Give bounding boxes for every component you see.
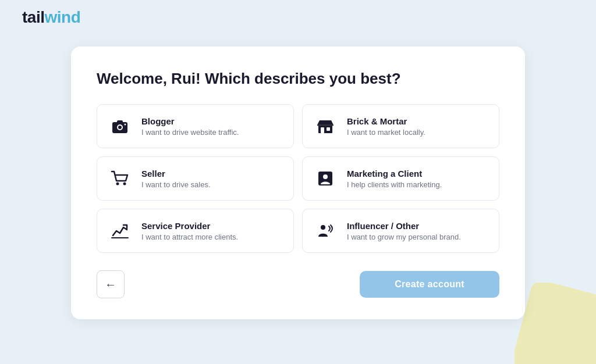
marketing-client-text: Marketing a Client I help clients with m… bbox=[347, 169, 442, 189]
option-service-provider[interactable]: Service Provider I want to attract more … bbox=[97, 209, 294, 253]
svg-rect-5 bbox=[318, 125, 332, 133]
camera-icon bbox=[108, 114, 132, 138]
svg-point-2 bbox=[118, 126, 122, 129]
blogger-title: Blogger bbox=[141, 116, 239, 126]
brick-mortar-subtitle: I want to market locally. bbox=[347, 128, 425, 137]
marketing-client-subtitle: I help clients with marketing. bbox=[347, 180, 442, 189]
svg-point-14 bbox=[321, 225, 325, 230]
option-marketing-client[interactable]: Marketing a Client I help clients with m… bbox=[302, 156, 499, 201]
svg-point-10 bbox=[123, 183, 126, 185]
cart-icon bbox=[108, 166, 132, 191]
page-title: Welcome, Rui! Which describes you best? bbox=[97, 70, 499, 88]
store-icon bbox=[313, 114, 338, 138]
chart-icon bbox=[108, 219, 132, 243]
influencer-title: Influencer / Other bbox=[347, 221, 461, 231]
options-grid: Blogger I want to drive website traffic.… bbox=[97, 104, 499, 253]
service-provider-title: Service Provider bbox=[141, 221, 238, 231]
svg-point-12 bbox=[323, 174, 328, 179]
corner-decoration bbox=[515, 283, 596, 364]
marketing-client-title: Marketing a Client bbox=[347, 169, 442, 179]
option-seller[interactable]: Seller I want to drive sales. bbox=[97, 156, 294, 201]
logo-wind: wind bbox=[44, 8, 80, 26]
svg-rect-3 bbox=[117, 120, 123, 123]
bottom-actions: ← Create account bbox=[97, 270, 499, 298]
client-icon bbox=[313, 166, 338, 191]
option-blogger[interactable]: Blogger I want to drive website traffic. bbox=[97, 104, 294, 148]
svg-point-9 bbox=[116, 183, 119, 185]
seller-text: Seller I want to drive sales. bbox=[141, 169, 211, 189]
logo-tail: tail bbox=[22, 8, 44, 26]
influencer-subtitle: I want to grow my personal brand. bbox=[347, 233, 461, 241]
brick-mortar-text: Brick & Mortar I want to market locally. bbox=[347, 116, 425, 137]
blogger-text: Blogger I want to drive website traffic. bbox=[141, 116, 239, 137]
influencer-text: Influencer / Other I want to grow my per… bbox=[347, 221, 461, 241]
svg-rect-6 bbox=[321, 127, 324, 133]
influencer-icon bbox=[313, 219, 338, 243]
svg-rect-8 bbox=[317, 124, 334, 126]
logo: tailwind bbox=[22, 8, 80, 27]
back-button[interactable]: ← bbox=[97, 270, 125, 298]
create-account-button[interactable]: Create account bbox=[360, 271, 499, 298]
service-provider-subtitle: I want to attract more clients. bbox=[141, 233, 238, 241]
svg-rect-7 bbox=[327, 127, 330, 131]
main-card: Welcome, Rui! Which describes you best? … bbox=[71, 47, 525, 319]
blogger-subtitle: I want to drive website traffic. bbox=[141, 128, 239, 137]
seller-title: Seller bbox=[141, 169, 211, 179]
svg-point-4 bbox=[125, 124, 126, 126]
option-influencer[interactable]: Influencer / Other I want to grow my per… bbox=[302, 209, 499, 253]
option-brick-mortar[interactable]: Brick & Mortar I want to market locally. bbox=[302, 104, 499, 148]
brick-mortar-title: Brick & Mortar bbox=[347, 116, 425, 126]
service-provider-text: Service Provider I want to attract more … bbox=[141, 221, 238, 241]
seller-subtitle: I want to drive sales. bbox=[141, 180, 211, 189]
